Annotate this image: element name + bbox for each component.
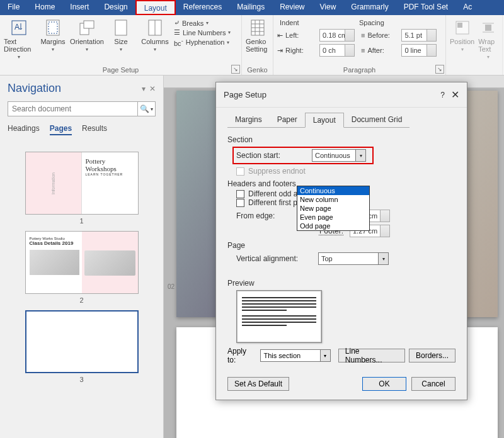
position-button[interactable]: Position▾ [450, 19, 474, 52]
indent-left-input[interactable]: 0.18 cm [319, 29, 355, 42]
text-direction-label: Text Direction [4, 38, 34, 53]
dialog-tab-layout[interactable]: Layout [305, 113, 344, 128]
apply-to-label: Apply to: [227, 347, 256, 364]
cancel-button[interactable]: Cancel [411, 377, 455, 391]
option-continuous[interactable]: Continuous [297, 186, 369, 195]
tab-layout[interactable]: Layout [135, 0, 176, 15]
vertical-alignment-dropdown[interactable]: Top▾ [318, 252, 389, 265]
dialog-close-icon[interactable]: ✕ [451, 89, 459, 101]
dialog-tab-paper[interactable]: Paper [270, 113, 305, 128]
nav-tab-pages[interactable]: Pages [50, 124, 72, 135]
indent-right-icon: ⇥ [277, 47, 283, 55]
suppress-endnotes-checkbox[interactable] [236, 167, 244, 176]
diff-odd-even-label: Different odd an [248, 189, 302, 198]
ok-button[interactable]: OK [362, 377, 406, 391]
size-button[interactable]: Size ▾ [106, 19, 136, 52]
svg-rect-6 [115, 20, 127, 35]
tab-acrobat-partial[interactable]: Ac [455, 0, 479, 15]
nav-close-icon[interactable]: ✕ [149, 84, 156, 93]
page-setup-group-label: Page Setup [0, 66, 241, 74]
page-number-3: 3 [8, 376, 156, 383]
columns-button[interactable]: Columns ▾ [140, 19, 170, 52]
dialog-tab-margins[interactable]: Margins [227, 113, 270, 128]
svg-rect-5 [84, 21, 94, 28]
page-setup-dialog: Page Setup ? ✕ Margins Paper Layout Docu… [215, 82, 467, 400]
tab-references[interactable]: References [176, 0, 229, 15]
dialog-tab-document-grid[interactable]: Document Grid [344, 113, 410, 128]
caret-icon: ▾ [52, 47, 54, 52]
wrap-text-button[interactable]: Wrap Text▾ [478, 19, 498, 60]
tab-pdftoolset[interactable]: PDF Tool Set [396, 0, 455, 15]
tab-file[interactable]: File [0, 0, 27, 15]
tab-review[interactable]: Review [272, 0, 312, 15]
section-start-label: Section start: [236, 151, 306, 160]
search-button[interactable]: 🔍▾ [137, 102, 155, 116]
spacing-before-input[interactable]: 5.1 pt [401, 29, 437, 42]
from-edge-label: From edge: [236, 211, 306, 220]
page-thumbnail-2[interactable]: Pottery Works StudioClass Details 2019 [25, 231, 139, 294]
indent-label: Indent [277, 19, 359, 26]
svg-rect-12 [485, 25, 491, 31]
tab-mailings[interactable]: Mailings [229, 0, 272, 15]
borders-button[interactable]: Borders... [409, 349, 455, 362]
nav-tab-headings[interactable]: Headings [8, 124, 40, 135]
page-thumbnail-3[interactable] [25, 310, 139, 373]
apply-to-dropdown[interactable]: This section▾ [260, 349, 330, 362]
suppress-endnotes-label: Suppress endnot [248, 167, 306, 176]
text-direction-button[interactable]: A Text Direction ▾ [4, 19, 34, 60]
caret-icon: ▾ [86, 47, 88, 52]
hyphenation-icon: bc- [174, 38, 183, 47]
page-setup-dialog-launcher[interactable]: ↘ [231, 65, 240, 74]
preview-box [236, 290, 322, 343]
tab-insert[interactable]: Insert [62, 0, 96, 15]
navigation-title: Navigation [8, 82, 61, 95]
spacing-label: Spacing [359, 19, 384, 26]
columns-label: Columns [141, 38, 168, 45]
breaks-button[interactable]: ⤶Breaks▾ [174, 19, 231, 27]
page-number-1: 1 [8, 217, 156, 225]
option-odd-page[interactable]: Odd page [297, 222, 369, 230]
option-new-page[interactable]: New page [297, 204, 369, 213]
paragraph-dialog-launcher[interactable]: ↘ [435, 65, 444, 74]
option-new-column[interactable]: New column [297, 195, 369, 204]
ribbon: A Text Direction ▾ Margins ▾ Orientation… [0, 15, 504, 76]
search-input[interactable] [8, 102, 137, 116]
orientation-icon [78, 19, 96, 36]
size-label: Size [114, 38, 127, 45]
caret-icon: ▾ [154, 47, 156, 52]
hyphenation-button[interactable]: bc-Hyphenation▾ [174, 38, 231, 47]
spacing-after-input[interactable]: 0 line [401, 44, 437, 57]
diff-first-page-checkbox[interactable] [236, 199, 244, 207]
margins-button[interactable]: Margins ▾ [38, 19, 68, 52]
tab-grammarly[interactable]: Grammarly [343, 0, 396, 15]
chevron-down-icon: ▾ [320, 350, 330, 361]
spacing-before-icon: ≡ [361, 31, 365, 39]
indent-left-icon: ⇤ [277, 31, 283, 40]
tab-design[interactable]: Design [96, 0, 135, 15]
page-thumbnail-1[interactable]: Information Pottery WorkshopsLEARN TOGET… [25, 152, 139, 215]
margins-icon [44, 19, 62, 36]
preview-label: Preview [227, 279, 455, 288]
line-numbers-button[interactable]: Line Numbers... [338, 349, 405, 362]
svg-rect-11 [457, 23, 462, 28]
line-numbers-button[interactable]: ☰Line Numbers▾ [174, 28, 231, 36]
dialog-help-icon[interactable]: ? [440, 91, 445, 99]
tab-view[interactable]: View [312, 0, 344, 15]
line-numbers-icon: ☰ [174, 28, 180, 36]
option-even-page[interactable]: Even page [297, 213, 369, 222]
set-as-default-button[interactable]: Set As Default [227, 377, 289, 391]
paragraph-group-label: Paragraph [273, 66, 445, 74]
text-direction-icon: A [10, 19, 28, 36]
caret-icon: ▾ [120, 47, 122, 52]
orientation-button[interactable]: Orientation ▾ [72, 19, 102, 52]
diff-odd-even-checkbox[interactable] [236, 190, 244, 198]
orientation-label: Orientation [70, 38, 104, 45]
genko-setting-button[interactable]: Genko Setting [246, 19, 269, 53]
page-mark: 02 [168, 283, 175, 290]
nav-tab-results[interactable]: Results [82, 124, 107, 135]
tab-home[interactable]: Home [27, 0, 62, 15]
nav-dropdown-icon[interactable]: ▾ [142, 84, 146, 93]
section-start-dropdown[interactable]: Continuous▾ [312, 149, 366, 162]
indent-right-input[interactable]: 0 ch [319, 44, 355, 57]
svg-rect-2 [47, 20, 59, 35]
